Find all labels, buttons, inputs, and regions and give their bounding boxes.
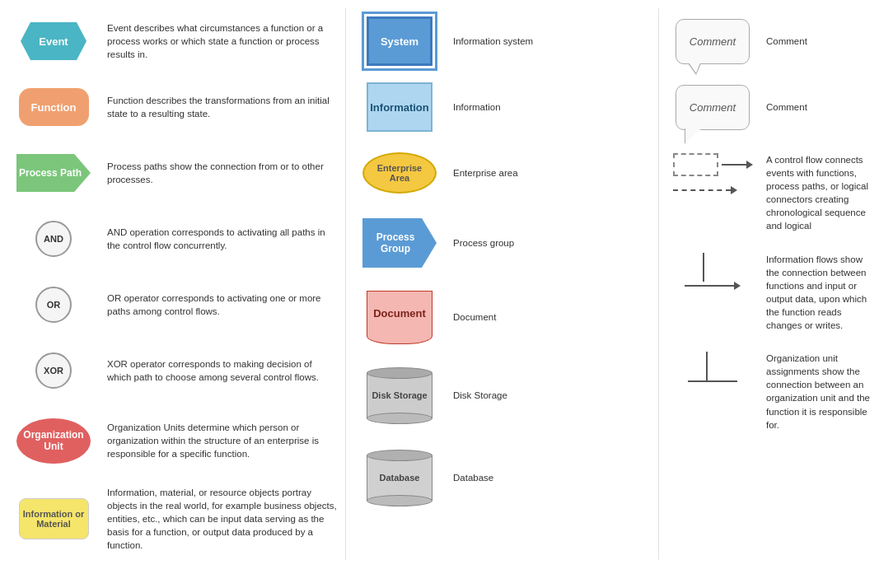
- event-shape-area: Event: [8, 22, 99, 60]
- db-top: [367, 450, 432, 461]
- control-flow-description: A control flow connects events with func…: [758, 153, 871, 233]
- comment2-shape-area: Comment: [667, 85, 758, 130]
- enterprise-area-description: Enterprise area: [445, 166, 650, 180]
- document-wave: [367, 336, 432, 344]
- document-row: Document Document: [346, 280, 658, 354]
- comment2-label: Comment: [690, 101, 736, 114]
- column-1: Event Event describes what circumstances…: [0, 8, 346, 560]
- comment1-shape-area: Comment: [667, 19, 758, 64]
- process-group-description: Process group: [445, 236, 650, 250]
- info-material-description: Information, material, or resource objec…: [99, 486, 337, 552]
- information-row: Information Information: [346, 74, 658, 140]
- document-shape: Document: [367, 291, 432, 336]
- column-2: System Information system Information In…: [346, 8, 659, 560]
- and-description: AND operation corresponds to activating …: [99, 226, 337, 252]
- or-description: OR operator corresponds to activating on…: [99, 292, 337, 318]
- control-flow-dashed-arrow-head: [731, 186, 737, 194]
- disk-storage-label: Disk Storage: [372, 390, 427, 400]
- process-path-shape: Process Path: [16, 154, 91, 192]
- enterprise-area-row: Enterprise Area Enterprise area: [346, 140, 658, 206]
- org-flow-horiz-line: [688, 380, 737, 382]
- process-path-shape-area: Process Path: [8, 154, 99, 192]
- control-flow-dashed-rect: [673, 153, 718, 176]
- xor-row: XOR XOR operator corresponds to making d…: [0, 338, 345, 404]
- org-unit-description: Organization Units determine which perso…: [99, 421, 337, 460]
- comment2-row: Comment Comment: [659, 74, 879, 140]
- info-material-shape-area: Information or Material: [8, 498, 99, 539]
- process-group-shape-area: Process Group: [354, 218, 445, 268]
- org-flow-shape-area: [667, 352, 758, 382]
- and-shape-area: AND: [8, 221, 99, 257]
- db-body: Database: [367, 455, 432, 501]
- process-path-row: Process Path Process paths show the conn…: [0, 140, 345, 206]
- database-shape: Database: [367, 450, 432, 506]
- comment1-description: Comment: [758, 35, 871, 48]
- control-flow-dashed-line: [673, 189, 731, 191]
- document-shape-area: Document: [354, 291, 445, 344]
- disk-storage-row: Disk Storage Disk Storage: [346, 354, 658, 436]
- event-row: Event Event describes what circumstances…: [0, 8, 345, 74]
- event-shape: Event: [21, 22, 86, 60]
- enterprise-area-label: Enterprise Area: [367, 163, 432, 183]
- information-label: Information: [370, 101, 429, 114]
- info-flow-description: Information flows show the connection be…: [758, 253, 871, 333]
- info-flow-shape: [685, 253, 741, 290]
- org-unit-shape-area: Organization Unit: [8, 418, 99, 464]
- info-flow-row: Information flows show the connection be…: [659, 240, 879, 339]
- comment1-row: Comment Comment: [659, 8, 879, 74]
- event-label: Event: [39, 35, 68, 48]
- org-unit-row: Organization Unit Organization Units det…: [0, 404, 345, 478]
- system-label: System: [381, 35, 418, 48]
- or-row: OR OR operator corresponds to activating…: [0, 272, 345, 338]
- document-shape-wrapper: Document: [367, 291, 432, 344]
- control-flow-arrow: [722, 161, 753, 169]
- org-unit-label: Organization Unit: [20, 429, 87, 452]
- control-flow-row: A control flow connects events with func…: [659, 140, 879, 240]
- xor-shape: XOR: [35, 352, 72, 389]
- control-flow-shape: [673, 153, 753, 194]
- process-path-description: Process paths show the connection from o…: [99, 160, 337, 186]
- info-flow-l: [685, 253, 741, 290]
- event-description: Event describes what circumstances a fun…: [99, 21, 337, 61]
- system-description: Information system: [445, 35, 650, 48]
- org-flow-horiz: [688, 380, 737, 382]
- and-shape: AND: [35, 221, 72, 257]
- xor-description: XOR operator corresponds to making decis…: [99, 357, 337, 384]
- system-shape: System: [367, 16, 432, 66]
- function-shape: Function: [19, 88, 89, 126]
- and-label: AND: [44, 234, 63, 244]
- control-flow-arrow-head: [746, 161, 753, 169]
- or-shape: OR: [35, 287, 72, 323]
- database-shape-area: Database: [354, 450, 445, 506]
- process-group-label: Process Group: [362, 231, 428, 254]
- process-path-label: Process Path: [19, 167, 82, 179]
- function-shape-area: Function: [8, 88, 99, 126]
- org-flow-description: Organization unit assignments show the c…: [758, 352, 871, 432]
- info-material-row: Information or Material Information, mat…: [0, 478, 345, 560]
- disk-top: [367, 367, 432, 379]
- disk-body: Disk Storage: [367, 373, 432, 418]
- system-shape-area: System: [354, 16, 445, 66]
- function-description: Function describes the transformations f…: [99, 94, 337, 120]
- enterprise-area-shape-area: Enterprise Area: [354, 152, 445, 194]
- column-3: Comment Comment Comment Comment: [659, 8, 879, 560]
- or-label: OR: [47, 300, 61, 310]
- document-label: Document: [373, 307, 426, 320]
- disk-storage-shape: Disk Storage: [367, 367, 432, 424]
- database-description: Database: [445, 471, 650, 484]
- system-row: System Information system: [346, 8, 658, 74]
- function-label: Function: [31, 101, 77, 114]
- db-bottom: [367, 495, 432, 506]
- org-flow-shape: [688, 352, 737, 382]
- disk-storage-shape-area: Disk Storage: [354, 367, 445, 424]
- org-flow-l: [688, 352, 737, 382]
- info-flow-shape-area: [667, 253, 758, 290]
- info-material-shape: Information or Material: [19, 498, 89, 539]
- org-flow-vert-line: [706, 352, 708, 380]
- info-flow-horiz: [685, 282, 741, 290]
- control-flow-shape-area: [667, 153, 758, 194]
- xor-shape-area: XOR: [8, 352, 99, 389]
- information-description: Information: [445, 100, 650, 114]
- process-group-row: Process Group Process group: [346, 206, 658, 280]
- function-row: Function Function describes the transfor…: [0, 74, 345, 140]
